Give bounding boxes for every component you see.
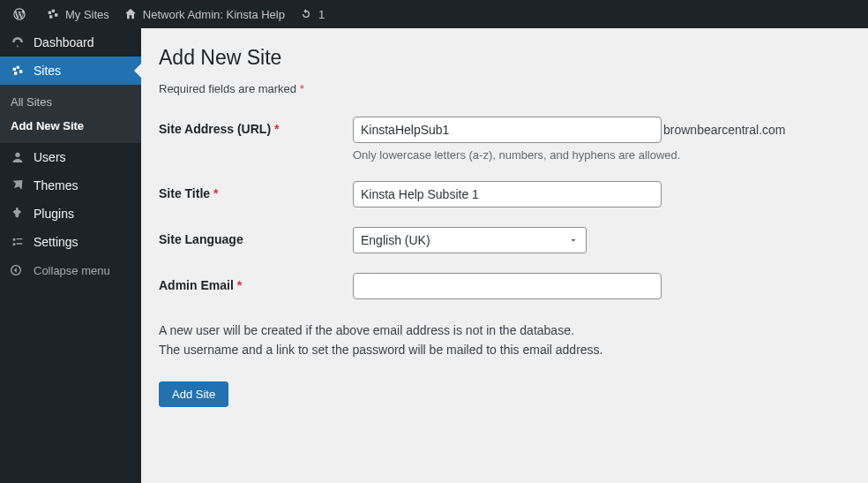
label-site-title: Site Title * <box>159 181 353 200</box>
row-admin-email: Admin Email * <box>159 273 850 299</box>
required-note: Required fields are marked * <box>159 82 850 95</box>
sidebar-item-settings[interactable]: Settings <box>0 228 141 256</box>
add-site-button[interactable]: Add Site <box>159 381 228 407</box>
users-icon <box>9 150 26 164</box>
row-site-address: Site Address (URL) * brownbearcentral.co… <box>159 117 850 162</box>
themes-icon <box>9 178 26 192</box>
site-address-hint: Only lowercase letters (a-z), numbers, a… <box>353 148 786 162</box>
my-sites-link[interactable]: My Sites <box>39 0 116 28</box>
sidebar-item-plugins[interactable]: Plugins <box>0 200 141 228</box>
admin-toolbar: My Sites Network Admin: Kinsta Help 1 <box>0 0 868 28</box>
home-icon <box>123 7 138 21</box>
sidebar-item-themes[interactable]: Themes <box>0 171 141 200</box>
sidebar-subitem-all-sites[interactable]: All Sites <box>0 90 141 114</box>
multisite-icon <box>46 7 60 21</box>
collapse-label: Collapse menu <box>34 264 110 277</box>
my-sites-label: My Sites <box>65 8 109 21</box>
wordpress-icon <box>12 7 26 21</box>
field-site-language: English (UK) <box>353 227 587 253</box>
site-address-input[interactable] <box>353 117 662 143</box>
label-admin-email: Admin Email * <box>159 273 353 292</box>
admin-email-input[interactable] <box>353 273 662 299</box>
sidebar-item-label: Themes <box>34 178 79 192</box>
multisite-icon <box>9 64 26 78</box>
sidebar-submenu-sites: All Sites Add New Site <box>0 85 141 143</box>
sidebar-item-sites[interactable]: Sites <box>0 57 141 85</box>
sidebar-item-label: Users <box>34 150 66 164</box>
updates-link[interactable]: 1 <box>292 0 332 28</box>
email-info: A new user will be created if the above … <box>159 321 850 360</box>
sidebar-subitem-add-new-site[interactable]: Add New Site <box>0 114 141 138</box>
required-marker: * <box>300 82 304 95</box>
required-note-text: Required fields are marked <box>159 82 296 95</box>
sidebar-item-users[interactable]: Users <box>0 143 141 171</box>
sidebar-item-label: Settings <box>34 235 79 249</box>
row-site-language: Site Language English (UK) <box>159 227 850 253</box>
field-admin-email <box>353 273 662 299</box>
updates-count: 1 <box>318 8 325 21</box>
wp-logo[interactable] <box>5 0 39 28</box>
sidebar-item-label: Dashboard <box>34 35 94 49</box>
email-info-line2: The username and a link to set the passw… <box>159 340 850 359</box>
admin-sidebar: Dashboard Sites All Sites Add New Site U… <box>0 28 141 483</box>
main-content: Add New Site Required fields are marked … <box>141 28 868 483</box>
network-admin-link[interactable]: Network Admin: Kinsta Help <box>116 0 292 28</box>
sidebar-item-label: Sites <box>34 64 61 78</box>
sidebar-subitem-label: All Sites <box>11 95 52 109</box>
label-site-language: Site Language <box>159 227 353 246</box>
row-site-title: Site Title * <box>159 181 850 208</box>
collapse-icon <box>9 263 26 277</box>
dashboard-icon <box>9 35 26 49</box>
sidebar-subitem-label: Add New Site <box>11 119 84 132</box>
network-admin-label: Network Admin: Kinsta Help <box>143 8 285 21</box>
sidebar-item-dashboard[interactable]: Dashboard <box>0 28 141 57</box>
domain-suffix: brownbearcentral.com <box>663 117 786 143</box>
site-title-input[interactable] <box>353 181 662 208</box>
refresh-icon <box>299 7 313 21</box>
site-language-select[interactable]: English (UK) <box>353 227 587 253</box>
page-title: Add New Site <box>159 46 850 70</box>
settings-icon <box>9 235 26 249</box>
field-site-title <box>353 181 662 208</box>
label-site-address: Site Address (URL) * <box>159 117 353 136</box>
collapse-menu[interactable]: Collapse menu <box>0 256 141 284</box>
plugins-icon <box>9 207 26 221</box>
sidebar-item-label: Plugins <box>34 207 74 221</box>
field-site-address: brownbearcentral.com Only lowercase lett… <box>353 117 786 162</box>
email-info-line1: A new user will be created if the above … <box>159 321 850 340</box>
